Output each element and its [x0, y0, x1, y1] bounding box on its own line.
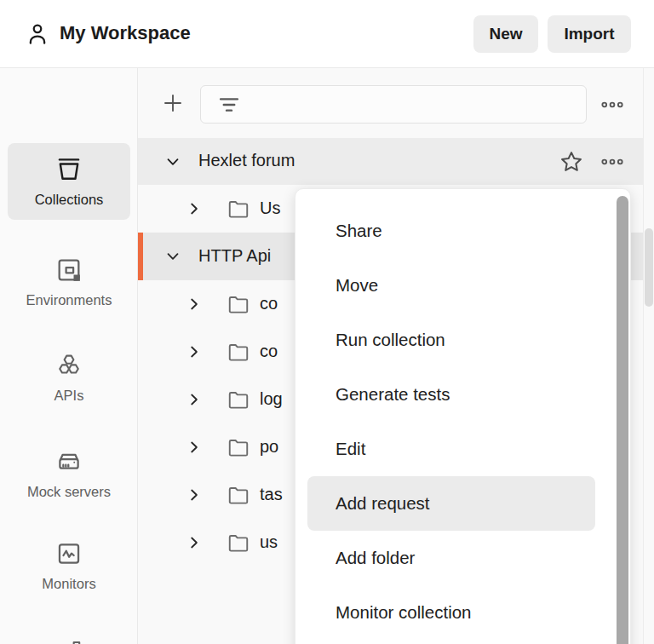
- mock-servers-icon: [54, 447, 83, 476]
- chevron-right-icon[interactable]: [184, 198, 204, 219]
- folder-icon: [226, 482, 251, 508]
- sidebar-item-flows[interactable]: Flows: [8, 625, 130, 644]
- collections-icon: [54, 155, 83, 184]
- tree-row-label: co: [260, 294, 278, 313]
- folder-icon: [226, 434, 251, 460]
- sidebar-item-label: Monitors: [42, 576, 95, 592]
- menu-item-add-folder[interactable]: Add folder: [295, 531, 630, 585]
- menu-item-generate-tests[interactable]: Generate tests: [295, 367, 630, 422]
- folder-icon: [226, 530, 251, 555]
- favorite-star-button[interactable]: [558, 148, 585, 175]
- add-collection-button[interactable]: [160, 90, 186, 116]
- chevron-right-icon[interactable]: [184, 342, 204, 362]
- tree-row-label: Us: [260, 198, 280, 218]
- sidebar-item-label: Collections: [35, 192, 104, 208]
- menu-item-move[interactable]: Move: [295, 258, 630, 313]
- menu-item-monitor-collection[interactable]: Monitor collection: [295, 585, 630, 640]
- sidebar-item-label: Environments: [26, 292, 112, 308]
- tree-row-label: co: [260, 342, 278, 361]
- folder-icon: [226, 291, 251, 317]
- monitors-icon: [54, 539, 83, 568]
- context-menu-items: ShareMoveRun collectionGenerate testsEdi…: [295, 204, 630, 640]
- workspace-title: My Workspace: [60, 22, 191, 44]
- sidebar-item-collections[interactable]: Collections: [8, 143, 130, 220]
- tree-row-label: HTTP Api: [198, 246, 271, 266]
- sidebar-item-label: APIs: [54, 388, 84, 404]
- collection-name: Hexlet forum: [198, 151, 295, 170]
- environments-icon: [54, 256, 83, 285]
- filter-searchbox[interactable]: [200, 85, 587, 124]
- sidebar-nav: Collections Environments APIs Mock serve…: [0, 68, 138, 644]
- chevron-down-icon[interactable]: [163, 152, 183, 172]
- tree-row-label: tas: [260, 485, 283, 504]
- flows-icon: [54, 637, 83, 644]
- selected-accent-bar: [138, 233, 143, 280]
- chevron-right-icon[interactable]: [184, 485, 204, 505]
- menu-item-add-request[interactable]: Add request: [307, 476, 595, 531]
- sidebar-item-monitors[interactable]: Monitors: [8, 527, 130, 592]
- folder-icon: [226, 196, 251, 221]
- menu-item-edit[interactable]: Edit: [295, 422, 630, 476]
- chevron-right-icon[interactable]: [184, 389, 204, 410]
- person-icon: [24, 20, 51, 48]
- app-window: My Workspace New Import Collections Envi…: [0, 0, 654, 644]
- apis-icon: [54, 351, 83, 380]
- sidebar-item-mock-servers[interactable]: Mock servers: [8, 435, 130, 500]
- menu-item-run-collection[interactable]: Run collection: [295, 313, 630, 367]
- search-input[interactable]: [244, 86, 586, 123]
- workspace-header: My Workspace New Import: [0, 0, 654, 68]
- collection-context-menu: ShareMoveRun collectionGenerate testsEdi…: [295, 188, 631, 644]
- sidebar-item-apis[interactable]: APIs: [8, 339, 130, 404]
- filter-icon: [215, 90, 244, 119]
- chevron-right-icon[interactable]: [184, 532, 204, 553]
- import-button[interactable]: Import: [548, 15, 631, 53]
- tree-row-label: log: [260, 389, 283, 409]
- tree-row-label: us: [260, 532, 278, 552]
- menu-scrollbar-thumb[interactable]: [617, 196, 628, 644]
- new-button[interactable]: New: [473, 15, 538, 53]
- collection-row-hexlet-forum[interactable]: Hexlet forum: [138, 138, 643, 185]
- collection-more-actions-button[interactable]: [600, 149, 625, 175]
- folder-icon: [226, 387, 251, 412]
- sidebar-item-environments[interactable]: Environments: [8, 244, 130, 308]
- toolbar-more-actions-button[interactable]: [600, 92, 625, 118]
- tree-row-label: po: [260, 437, 278, 457]
- chevron-down-icon[interactable]: [163, 246, 183, 267]
- folder-icon: [226, 339, 251, 365]
- panel-scrollbar-thumb[interactable]: [645, 228, 653, 307]
- sidebar-item-label: Mock servers: [27, 484, 111, 500]
- panel-scroll-track: [643, 68, 644, 644]
- menu-item-share[interactable]: Share: [295, 204, 630, 258]
- chevron-right-icon[interactable]: [184, 294, 204, 314]
- collections-toolbar: [138, 68, 654, 138]
- chevron-right-icon[interactable]: [184, 437, 204, 457]
